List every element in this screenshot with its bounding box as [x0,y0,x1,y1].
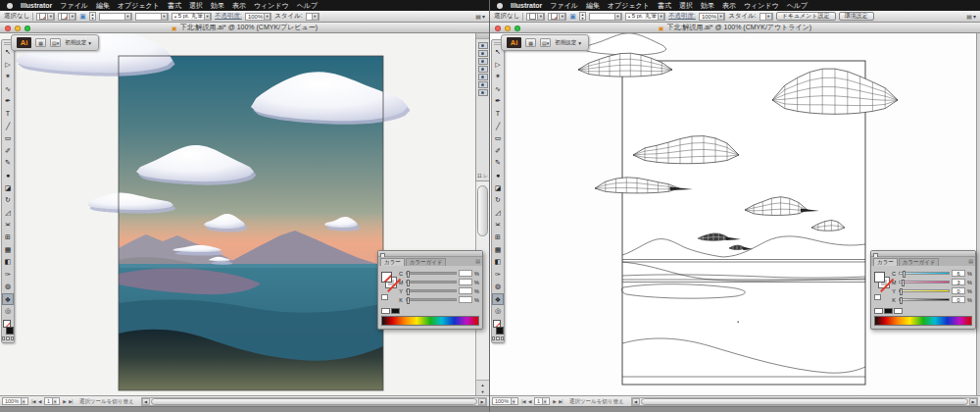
tool-lasso-icon[interactable]: ∿ [2,83,14,96]
apple-menu-icon[interactable] [497,3,503,9]
tool-mesh-icon[interactable]: ▦ [2,244,14,257]
layer-visibility-eye-icon[interactable] [478,81,488,88]
artwork-preview[interactable] [0,33,489,395]
tool-rotate-icon[interactable]: ↻ [2,194,14,207]
brush-select[interactable]: • 5 pt. 丸筆▾ [625,13,665,21]
yellow-value[interactable] [459,287,472,294]
fill-color-select[interactable]: ▾ [36,13,55,21]
tool-blob-brush-icon[interactable]: ● [2,170,14,182]
tool-free-transform-icon[interactable]: ⊞ [2,232,14,244]
menu-select[interactable]: 選択 [679,1,693,11]
tool-type-icon[interactable]: T [2,108,14,121]
next-artboard-button[interactable]: ▶ [63,399,66,404]
menu-illustrator[interactable]: Illustrator [21,2,52,9]
variable-width-select[interactable]: ▾ [135,13,169,21]
tool-line-icon[interactable]: ╱ [2,121,14,133]
layer-visibility-eye-icon[interactable] [478,89,488,96]
black-value[interactable] [459,296,472,303]
horizontal-scrollbar-thumb[interactable] [641,398,968,405]
style-select[interactable]: ▾ [760,13,773,21]
magenta-value[interactable]: 3 [952,279,965,285]
tool-magic-wand-icon[interactable]: ✶ [2,71,14,83]
tool-pen-icon[interactable]: ✒ [492,95,504,108]
tool-rectangle-icon[interactable]: ▭ [492,132,504,145]
tool-rotate-icon[interactable]: ↻ [492,194,504,207]
stroke-color-select[interactable]: ▾ [548,13,566,21]
appearance-icon[interactable]: ▣ [569,13,576,21]
tool-mesh-icon[interactable]: ▦ [492,244,504,257]
layer-visibility-eye-icon[interactable] [478,42,488,49]
magenta-slider[interactable] [899,281,950,283]
opacity-link[interactable]: 不透明度: [668,12,696,21]
menu-view[interactable]: 表示 [722,1,736,11]
magenta-value[interactable] [459,279,472,285]
menu-effect[interactable]: 効果 [211,1,224,11]
dock-header[interactable] [476,33,489,39]
tool-hand-icon[interactable]: ❖ [2,293,14,306]
scroll-down-icon[interactable]: ▼ [481,388,485,395]
fill-swatch-white[interactable] [874,272,885,283]
menu-effect[interactable]: 効果 [701,1,714,11]
black-slider[interactable] [406,298,457,301]
last-artboard-button[interactable]: ▶| [559,399,563,404]
tool-paintbrush-icon[interactable]: ✐ [492,145,504,158]
cyan-value[interactable] [459,270,472,277]
workspace-switcher[interactable]: 初期設定▾ [555,39,583,46]
vertical-scrollbar-thumb[interactable] [477,185,488,236]
mini-swatch[interactable] [381,294,388,300]
menu-file[interactable]: ファイル [60,1,88,11]
appearance-icon[interactable]: ▣ [79,13,86,21]
horizontal-scrollbar[interactable]: ◀ ▶ [141,397,487,406]
black-slider[interactable] [899,298,950,301]
menu-help[interactable]: ヘルプ [787,1,808,11]
ai-logo[interactable]: Ai [17,37,31,48]
menu-illustrator[interactable]: Illustrator [511,2,542,9]
tool-hand-icon[interactable]: ❖ [492,293,504,306]
menu-window[interactable]: ウィンドウ [254,1,289,11]
menu-object[interactable]: オブジェクト [608,1,650,11]
tool-width-icon[interactable]: ≍ [492,219,504,232]
tool-scale-icon[interactable]: ◿ [2,207,14,220]
workspace-switcher[interactable]: 初期設定▾ [65,39,93,46]
fill-swatch-none[interactable] [381,272,392,283]
fill-stroke-tool-indicator[interactable] [492,320,505,335]
zoom-level-select[interactable]: 100%▾ [2,397,28,405]
tool-free-transform-icon[interactable]: ⊞ [492,232,504,244]
scroll-right-icon[interactable]: ▶ [969,398,977,405]
menu-view[interactable]: 表示 [232,1,246,11]
stroke-box[interactable] [496,327,504,335]
horizontal-scrollbar-thumb[interactable] [151,398,477,405]
stroke-width-stepper[interactable]: ▲▼ [579,12,586,21]
layer-visibility-eye-icon[interactable] [478,58,488,65]
close-window-button[interactable] [5,26,11,31]
bridge-icon[interactable]: ▦ [525,38,536,47]
color-mode-buttons[interactable] [492,336,505,340]
style-select[interactable]: ▾ [306,13,319,21]
color-spectrum-bar[interactable] [381,316,479,326]
arrange-documents-icon[interactable]: ▤▾ [50,38,61,47]
magenta-slider[interactable] [406,281,457,283]
menu-window[interactable]: ウィンドウ [744,1,779,11]
black-swatch[interactable] [884,308,893,314]
preferences-button[interactable]: 環境設定 [839,12,874,21]
tool-pencil-icon[interactable]: ✎ [492,157,504,170]
document-setup-button[interactable]: ドキュメント設定 [776,12,836,21]
window-title-bar[interactable]: ▣ 下北:解説用.ai* @ 100% (CMYK/プレビュー) [0,23,489,33]
tool-rectangle-icon[interactable]: ▭ [2,132,14,145]
tool-eraser-icon[interactable]: ◪ [2,182,14,195]
tool-direct-selection-icon[interactable]: ▷ [2,59,14,72]
prev-artboard-button[interactable]: ◀ [528,399,531,404]
minimize-window-button[interactable] [15,26,21,31]
cyan-slider[interactable] [899,272,950,275]
window-title-bar[interactable]: ▣ 下北:解説用.ai* @ 100% (CMYK/アウトライン) [490,23,980,33]
canvas-area-outline[interactable]: Ai ▦ ▤▾ 初期設定▾ ↖▷✶∿✒T╱▭✐✎●◪↻◿≍⊞▦◧✑◍❖◎ [490,33,980,395]
zoom-window-button[interactable] [514,26,520,31]
tool-lasso-icon[interactable]: ∿ [492,83,504,96]
tool-gradient-icon[interactable]: ◧ [2,256,14,269]
tool-direct-selection-icon[interactable]: ▷ [492,59,504,72]
fill-none-box[interactable] [3,320,11,328]
black-value[interactable]: 0 [952,296,965,303]
tool-type-icon[interactable]: T [492,108,504,121]
menu-file[interactable]: ファイル [550,1,578,11]
tool-scale-icon[interactable]: ◿ [492,207,504,220]
